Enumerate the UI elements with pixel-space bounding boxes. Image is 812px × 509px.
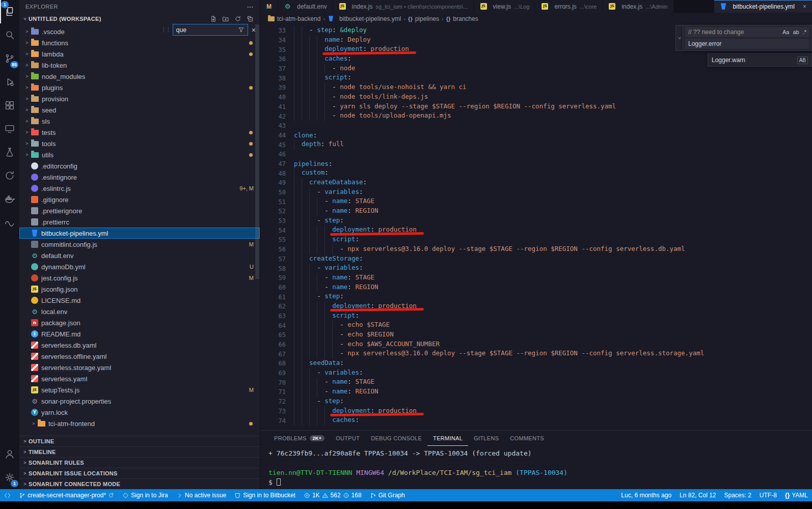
code-line-52[interactable]: 52- name: REGION [260, 207, 812, 216]
tab-index.js[interactable]: JSindex.jssg_tci_iam • client\src\compon… [333, 0, 474, 13]
code-line-54[interactable]: 54deployment: production [260, 225, 812, 235]
code-line-48[interactable]: 48custom: [260, 168, 812, 178]
tree-item-LICENSE.md[interactable]: LICENSE.md [19, 295, 260, 306]
activity-docker-icon[interactable] [0, 187, 19, 211]
tree-item-serverless.storage.yaml[interactable]: serverless.storage.yaml [19, 362, 260, 373]
tree-item-sls[interactable]: >sls [19, 116, 260, 127]
code-line-49[interactable]: 49createDatabase: [260, 178, 812, 188]
status-bitbucket-signin[interactable]: Sign in to Bitbucket [230, 489, 300, 501]
tab-view.js[interactable]: JSview.js...\Log [474, 0, 536, 13]
tree-filter-box[interactable]: que [173, 24, 248, 36]
code-line-73[interactable]: 73deployment: production [260, 407, 812, 416]
code-line-58[interactable]: 58- variables: [260, 264, 812, 273]
tree-item-dynamoDb.yml[interactable]: dynamoDb.ymlU [19, 261, 260, 272]
code-line-51[interactable]: 51- name: STAGE [260, 197, 812, 207]
close-icon[interactable]: × [251, 26, 257, 34]
tree-item-seed[interactable]: >seed [19, 104, 260, 116]
status-remote-indicator[interactable] [0, 489, 15, 501]
tree-item-provision[interactable]: >provision [19, 93, 260, 104]
more-actions-icon[interactable]: ⋯ [247, 3, 254, 11]
code-line-74[interactable]: 74caches: [260, 416, 812, 426]
tree-item-serverless.offline.yaml[interactable]: serverless.offline.yaml [19, 351, 260, 362]
tree-item-plugins[interactable]: >plugins [19, 82, 260, 93]
tab-partial[interactable]: M [260, 0, 278, 13]
breadcrumb-item-pipelines[interactable]: {}pipelines [408, 15, 439, 22]
drag-grip-icon[interactable]: ⋮⋮ [161, 26, 170, 33]
code-line-64[interactable]: 64- echo $STAGE [260, 321, 812, 330]
code-line-39[interactable]: 39- node tools/use-nohoist && yarn ci [260, 83, 812, 93]
tree-item-.eslintrc.js[interactable]: .eslintrc.js9+, M [19, 183, 260, 194]
code-line-72[interactable]: 72- step: [260, 397, 812, 407]
collapse-all-icon[interactable] [247, 15, 254, 22]
find-toggle-chevron[interactable]: > [675, 25, 683, 51]
tree-item-node_modules[interactable]: >node_modules [19, 71, 260, 82]
new-folder-icon[interactable] [222, 15, 229, 22]
breadcrumb-item-tci-atm-backend[interactable]: tci-atm-backend [268, 15, 320, 22]
status-indentation[interactable]: Spaces: 2 [720, 489, 755, 501]
panel-tab-problems[interactable]: PROBLEMS2K+ [268, 431, 330, 446]
code-line-44[interactable]: 44clone: [260, 131, 812, 140]
workspace-section-header[interactable]: > UNTITLED (WORKSPACE) [19, 13, 260, 24]
code-line-56[interactable]: 56- npx serverless@3.16.0 deploy --stage… [260, 245, 812, 254]
tree-item-default.env[interactable]: ⚙default.env [19, 250, 260, 261]
code-line-66[interactable]: 66- echo $AWS_ACCOUNT_NUMBER [260, 340, 812, 350]
tree-item-tools[interactable]: >tools [19, 138, 260, 149]
code-line-45[interactable]: 45depth: full [260, 140, 812, 150]
panel-tab-terminal[interactable]: TERMINAL [427, 431, 468, 446]
panel-tab-comments[interactable]: COMMENTS [504, 431, 550, 446]
panel-tab-gitlens[interactable]: GITLENS [468, 431, 504, 446]
tree-item-tci-atm-frontend[interactable]: >tci-atm-frontend [19, 418, 260, 429]
code-line-71[interactable]: 71- name: REGION [260, 387, 812, 397]
tree-item-sonar-project.properties[interactable]: ⚙sonar-project.properties [19, 395, 260, 407]
new-file-icon[interactable] [210, 15, 217, 22]
code-line-68[interactable]: 68seedData: [260, 359, 812, 369]
code-line-61[interactable]: 61- step: [260, 292, 812, 302]
close-icon[interactable]: × [803, 3, 806, 10]
status-cursor-position[interactable]: Ln 82, Col 12 [675, 489, 720, 501]
tree-item-lib-token[interactable]: >lib-token [19, 60, 260, 71]
activity-extensions-icon[interactable] [0, 94, 19, 117]
activity-search-icon[interactable] [0, 23, 19, 47]
sidebar-scrollbar[interactable] [255, 24, 259, 279]
tree-item-.gitignore[interactable]: .gitignore [19, 194, 260, 205]
status-blame-info[interactable]: Luc, 6 months ago [617, 489, 675, 501]
replace-suggestion[interactable]: Logger.warn [712, 56, 745, 64]
activity-sonarlint-icon[interactable] [0, 211, 19, 234]
code-line-50[interactable]: 50- variables: [260, 188, 812, 197]
preserve-case-toggle[interactable]: AB [797, 56, 808, 64]
code-line-41[interactable]: 41- yarn sls deploy --stage $STAGE --reg… [260, 102, 812, 112]
status-git-branch[interactable]: create-secret-manager-prod* [15, 489, 118, 501]
code-line-57[interactable]: 57createStorage: [260, 254, 812, 264]
activity-explorer-icon[interactable]: 1 [0, 0, 19, 23]
tree-item-package.json[interactable]: npackage.json [19, 317, 260, 328]
tree-item-commitlint.config.js[interactable]: commitlint.config.jsM [19, 239, 260, 250]
tree-item-README.md[interactable]: iREADME.md [19, 328, 260, 340]
tree-item-lambda[interactable]: >lambda [19, 48, 260, 60]
tree-item-tests[interactable]: >tests [19, 127, 260, 138]
find-input[interactable]: // ?? need to change [688, 29, 744, 36]
tab-errors.js[interactable]: JSerrors.js...\core [535, 0, 603, 13]
status-jira-signin[interactable]: Sign in to Jira [118, 489, 172, 501]
tree-item-.editorconfig[interactable]: .editorconfig [19, 160, 260, 172]
sidebar-section-sonarlint-issue-locations[interactable]: >SONARLINT ISSUE LOCATIONS [19, 468, 260, 478]
sidebar-section-outline[interactable]: >OUTLINE [19, 436, 260, 446]
activity-live-share-icon[interactable] [0, 164, 19, 187]
terminal[interactable]: + 76c239fb9...af290a8fe TPPAS-10034 -> T… [260, 446, 812, 487]
code-line-43[interactable]: 43 [260, 121, 812, 131]
tree-item-bitbucket-pipelines.yml[interactable]: bitbucket-pipelines.yml [19, 228, 260, 239]
code-line-62[interactable]: 62deployment: production [260, 302, 812, 312]
status-active-issue[interactable]: No active issue [172, 489, 230, 501]
filter-icon[interactable] [238, 26, 245, 33]
activity-run-debug-icon[interactable] [0, 70, 19, 94]
activity-testing-icon[interactable] [0, 140, 19, 164]
code-line-38[interactable]: 38script: [260, 73, 812, 83]
code-line-46[interactable]: 46 [260, 150, 812, 159]
tree-item-jest.config.js[interactable]: jest.config.jsM [19, 272, 260, 284]
activity-remote-explorer-icon[interactable] [0, 117, 19, 140]
sidebar-section-sonarlint-connected-mode[interactable]: >SONARLINT CONNECTED MODE [19, 478, 260, 489]
tree-item-.prettierignore[interactable]: .prettierignore [19, 205, 260, 216]
tree-item-functions[interactable]: >functions [19, 37, 260, 48]
status-encoding[interactable]: UTF-8 [755, 489, 781, 501]
tree-item-utils[interactable]: >utils [19, 149, 260, 160]
code-line-65[interactable]: 65- echo $REGION [260, 330, 812, 340]
